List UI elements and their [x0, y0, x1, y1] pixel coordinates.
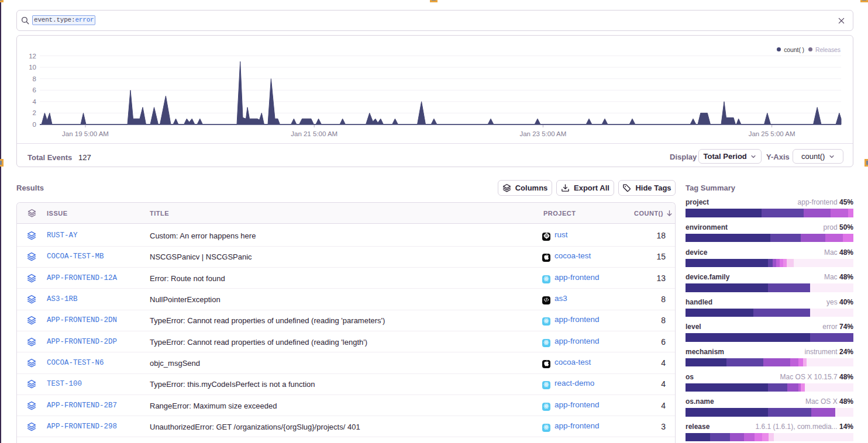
svg-text:8: 8: [33, 75, 36, 82]
svg-text:Jan 21 5:00 AM: Jan 21 5:00 AM: [291, 130, 337, 137]
svg-text:0: 0: [33, 121, 36, 128]
svg-text:Jan 19 5:00 AM: Jan 19 5:00 AM: [62, 130, 109, 137]
svg-text:Jan 25 5:00 AM: Jan 25 5:00 AM: [749, 130, 795, 137]
svg-text:2: 2: [33, 109, 36, 116]
svg-text:Jan 23 5:00 AM: Jan 23 5:00 AM: [519, 130, 566, 137]
svg-text:6: 6: [33, 86, 36, 94]
svg-text:10: 10: [29, 64, 36, 71]
svg-text:12: 12: [29, 53, 36, 60]
svg-text:4: 4: [33, 98, 37, 105]
